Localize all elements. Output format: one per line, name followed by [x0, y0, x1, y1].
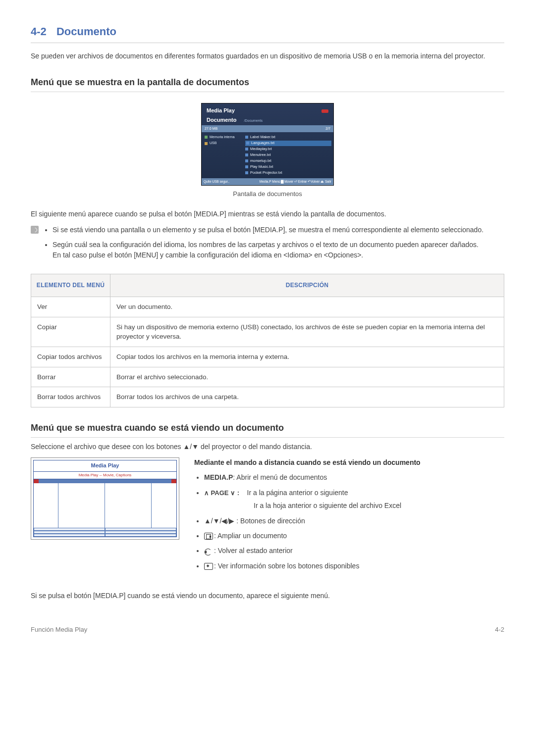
file-list: Label Maker.txt Languages.txt Mediaplay.… [243, 132, 333, 178]
remote-item-back: : Volver al estado anterior [204, 546, 504, 555]
subheading-doc-screen: Menú que se muestra en la pantalla de do… [31, 76, 504, 92]
subheading-viewing: Menú que se muestra cuando se está viend… [31, 421, 504, 438]
para-mediap-viewing: Si se pulsa el botón [MEDIA.P] cuando se… [31, 591, 504, 601]
footer-right: 4-2 [495, 625, 504, 635]
page-footer: Función Media Play 4-2 [31, 625, 504, 635]
side-usb: USB [205, 141, 240, 146]
remote-list: MEDIA.P: Abrir el menú de documentos ∧ P… [194, 472, 504, 571]
path-label: /Documents [244, 119, 263, 122]
screenshot-caption: Pantalla de documentos [31, 190, 504, 199]
info-icon [204, 563, 213, 570]
note-icon [31, 226, 39, 234]
th-menu-item: ELEMENTO DEL MENÚ [31, 274, 110, 297]
section-title: 4-2 Documento [31, 24, 504, 43]
side-mem: Memoria interna [205, 135, 240, 140]
note-item: Según cuál sea la configuración del idio… [53, 240, 483, 260]
screenshot-doc-list: Media Play Documento /Documents 27.0 MB … [31, 103, 504, 186]
footer-left: Función Media Play [31, 625, 87, 635]
return-icon [204, 548, 213, 555]
page-indicator: 2/7 [325, 126, 330, 131]
mode-label: Documento [207, 117, 237, 123]
remote-title: Mediante el mando a distancia cuando se … [194, 457, 504, 467]
table-row: VerVer un documento. [31, 297, 504, 317]
note-item: Si se está viendo una pantalla o un elem… [53, 225, 483, 235]
mini-sub: Media Play -- Movie, Captions [34, 471, 176, 479]
section-name: Documento [56, 25, 116, 38]
foot-left: Quite USB segur.. [204, 179, 229, 184]
foot-right: Media.P Menú ▇ Mover ⏎ Entrar ↶Volver ⏏ … [260, 179, 331, 184]
th-description: DESCRIPCIÓN [110, 274, 504, 297]
remote-page-indent: Ir a la hoja anterior o siguiente del ar… [254, 501, 504, 510]
note-list: Si se está viendo una pantalla o un elem… [44, 225, 483, 265]
screenshot-doc-view: Media Play Media Play -- Movie, Captions [31, 457, 179, 540]
para-mediap: El siguiente menú aparece cuando se puls… [31, 209, 504, 219]
remote-item-zoom: : Ampliar un documento [204, 531, 504, 541]
table-row: BorrarBorrar el archivo seleccionado. [31, 367, 504, 387]
table-row: CopiarSi hay un dispositivo de memoria e… [31, 317, 504, 347]
remote-item-mediap: MEDIA.P: Abrir el menú de documentos [204, 472, 504, 482]
app-title: Media Play [207, 107, 235, 115]
size-label: 27.0 MB [205, 126, 217, 131]
menu-table: ELEMENTO DEL MENÚ DESCRIPCIÓN VerVer un … [31, 274, 504, 407]
section-number: 4-2 [31, 25, 47, 38]
zoom-icon [204, 533, 213, 540]
table-row: Borrar todos archivosBorrar todos los ar… [31, 387, 504, 407]
remote-item-page: ∧ PAGE ∨ : Ir a la página anterior o sig… [204, 488, 504, 511]
table-row: Copiar todos archivosCopiar todos los ar… [31, 347, 504, 367]
remote-item-direction: ▲/▼/◀/▶ : Botones de dirección [204, 516, 504, 526]
remote-item-info: : Ver información sobre los botones disp… [204, 561, 504, 571]
intro-text: Se pueden ver archivos de documentos en … [31, 51, 504, 61]
usb-plug-icon [321, 109, 328, 113]
mini-header: Media Play [34, 460, 176, 471]
para-select: Seleccione el archivo que desee con los … [31, 442, 504, 452]
